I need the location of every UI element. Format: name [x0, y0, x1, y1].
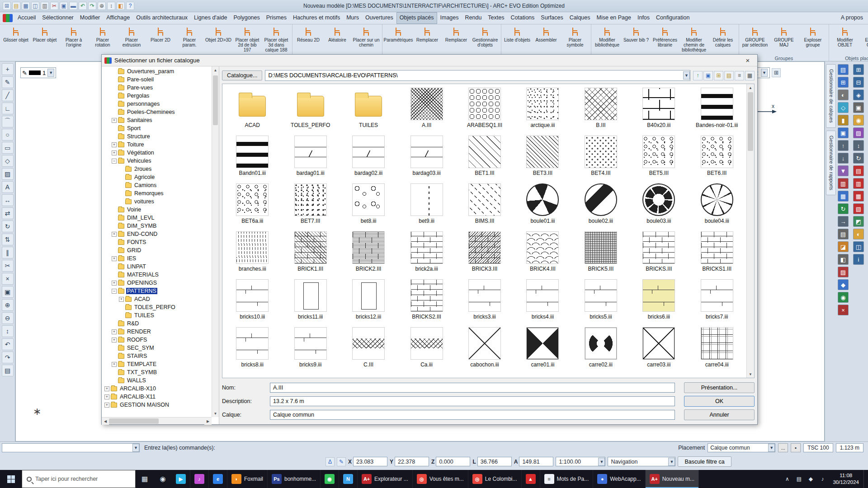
tree-item[interactable]: STAIRS: [102, 352, 212, 360]
pattern-item[interactable]: bricks3.iii: [456, 277, 514, 325]
tree-item[interactable]: Pergolas: [102, 92, 212, 100]
ribbon-button[interactable]: Préférences librairie: [651, 25, 679, 48]
quick-access-icon[interactable]: ↷: [88, 2, 96, 10]
tree-item[interactable]: Remorques: [102, 189, 212, 197]
coordinate-value[interactable]: 23.083: [353, 457, 387, 466]
left-tool-icon[interactable]: ⇅: [2, 234, 14, 245]
coordinate-value[interactable]: 36.766: [477, 457, 512, 466]
right-tool-icon[interactable]: ◆: [838, 279, 849, 290]
left-tool-icon[interactable]: +: [2, 63, 14, 75]
pattern-item[interactable]: Bandn01.iii: [223, 134, 281, 182]
dock-tab[interactable]: Gestionnaire de calques: [826, 64, 836, 128]
tree-horizontal-scrollbar[interactable]: ◀ ▶: [102, 417, 212, 424]
pattern-item[interactable]: ACAD: [223, 86, 281, 134]
tree-item[interactable]: GRID: [102, 246, 212, 254]
quick-access-icon[interactable]: ▤: [12, 2, 20, 10]
tree-item[interactable]: + Toiture: [102, 141, 212, 149]
tree-item[interactable]: + IES: [102, 254, 212, 263]
tree-expander-icon[interactable]: +: [119, 297, 124, 302]
taskbar-clock[interactable]: 11:08 30/12/2024: [828, 472, 863, 486]
ribbon-button[interactable]: Placer à l'origine: [59, 25, 88, 48]
menu-item[interactable]: Modifier: [77, 12, 103, 24]
quick-access-icon[interactable]: ?: [126, 2, 134, 10]
tree-item[interactable]: TXT_SYMB: [102, 368, 212, 376]
scroll-down-icon[interactable]: ▼: [212, 410, 219, 417]
pattern-item[interactable]: bricks12.iii: [340, 277, 397, 325]
tree-expander-icon[interactable]: −: [112, 159, 117, 164]
right-tool-icon[interactable]: ◐: [838, 89, 849, 100]
tree-expander-icon[interactable]: +: [112, 329, 117, 334]
ribbon-button[interactable]: Placer rotation: [88, 25, 117, 48]
pattern-item[interactable]: BRICK3.III: [456, 230, 514, 277]
left-tool-icon[interactable]: ⊕: [2, 299, 14, 311]
ribbon-button[interactable]: Réseau 2D: [294, 25, 323, 43]
tree-item[interactable]: − PATTERNS: [102, 287, 212, 295]
quick-access-icon[interactable]: ◧: [117, 2, 125, 10]
right-tool-icon[interactable]: →: [838, 216, 849, 227]
ribbon-button[interactable]: Exploser OBJET: [859, 25, 868, 48]
pattern-item[interactable]: BRICK2.III: [340, 230, 397, 277]
presentation-button[interactable]: Présentation...: [684, 382, 755, 393]
tree-expander-icon[interactable]: −: [112, 289, 117, 294]
pattern-item[interactable]: bricks11.iii: [281, 277, 339, 325]
command-input[interactable]: ▼: [2, 443, 140, 452]
pattern-item[interactable]: B.III: [572, 86, 630, 134]
pattern-item[interactable]: arctique.iii: [514, 86, 571, 134]
menu-item[interactable]: Murs: [343, 12, 362, 24]
tree-item[interactable]: + Sanitaires: [102, 116, 212, 124]
right-tool-icon[interactable]: ◪: [838, 241, 849, 252]
right-tool-icon[interactable]: ◇: [838, 102, 849, 113]
placement-combo[interactable]: Calque commun ▼: [708, 443, 775, 452]
path-tool-icon[interactable]: ▣: [703, 71, 713, 80]
pattern-item[interactable]: Bandes-noir-01.iii: [688, 86, 746, 134]
taskbar-system-icon[interactable]: ◉: [154, 470, 172, 488]
left-tool-icon[interactable]: ×: [2, 273, 14, 285]
tree-item[interactable]: Camions: [102, 181, 212, 189]
menu-item[interactable]: Ouvertures: [362, 12, 396, 24]
description-field[interactable]: 13.2 x 7.6 m: [270, 396, 675, 406]
path-tool-icon[interactable]: ⊞: [714, 71, 723, 80]
tree-item[interactable]: + GESTION MAISON: [102, 401, 212, 409]
pattern-item[interactable]: brick2a.iii: [397, 230, 455, 277]
tree-item[interactable]: + ACAD: [102, 295, 212, 303]
pattern-item[interactable]: boule02.iii: [572, 182, 630, 230]
ribbon-button[interactable]: Sauver bib ?: [622, 25, 651, 43]
right-tool-icon[interactable]: ▥: [853, 178, 864, 189]
right-tool-icon[interactable]: ▨: [838, 267, 849, 277]
scroll-right-icon[interactable]: ▶: [204, 418, 212, 425]
pattern-item[interactable]: BET4.III: [572, 134, 630, 182]
left-tool-icon[interactable]: ▤: [2, 365, 14, 376]
tree-item[interactable]: Voirie: [102, 206, 212, 214]
taskbar-app[interactable]: A+ Explorateur ...: [358, 470, 413, 488]
chevron-down-icon[interactable]: ▼: [668, 458, 675, 466]
pattern-item[interactable]: bardag01.iii: [281, 134, 339, 182]
tree-item[interactable]: personnages: [102, 100, 212, 108]
pattern-item[interactable]: BRICKS.III: [630, 230, 688, 277]
taskbar-app[interactable]: ◎ Le Colombi...: [468, 470, 522, 488]
right-tool-icon[interactable]: ▤: [838, 229, 849, 239]
edit-coordinates-icon[interactable]: ✎: [337, 457, 346, 466]
quick-access-icon[interactable]: ◫: [31, 2, 39, 10]
path-combo[interactable]: D:\MES DOCUMENTS\ARCALIB-EVO\PATTERNS\ ▼: [265, 70, 690, 81]
left-tool-icon[interactable]: ✂: [2, 260, 14, 272]
pattern-item[interactable]: bricks4.iii: [514, 277, 571, 325]
quick-access-icon[interactable]: ↕: [107, 2, 115, 10]
tree-expander-icon[interactable]: +: [104, 394, 109, 399]
path-tool-icon[interactable]: ≡: [735, 71, 744, 80]
right-tool-icon[interactable]: ▼: [838, 165, 849, 176]
tree-item[interactable]: SEC_SYM: [102, 344, 212, 352]
grid-vertical-scrollbar[interactable]: ▲ ▼: [746, 84, 754, 378]
left-tool-icon[interactable]: ╱: [2, 89, 14, 101]
pattern-item[interactable]: BET6.III: [688, 134, 746, 182]
left-tool-icon[interactable]: ∟: [2, 103, 14, 114]
filter-toggle-icon[interactable]: ▪: [791, 443, 801, 452]
pattern-item[interactable]: Ca.iii: [397, 325, 455, 373]
pattern-item[interactable]: carre04.iii: [688, 325, 746, 373]
right-tool-icon[interactable]: ▤: [853, 165, 864, 176]
scrollbar-thumb[interactable]: [109, 418, 159, 424]
right-tool-icon[interactable]: ◐: [853, 229, 864, 239]
chevron-down-icon[interactable]: ▼: [132, 444, 139, 452]
tree-expander-icon[interactable]: +: [112, 118, 117, 123]
taskbar-search[interactable]: Taper ici pour rechercher: [22, 470, 136, 488]
tree-item[interactable]: + ARCALIB-X10: [102, 385, 212, 393]
